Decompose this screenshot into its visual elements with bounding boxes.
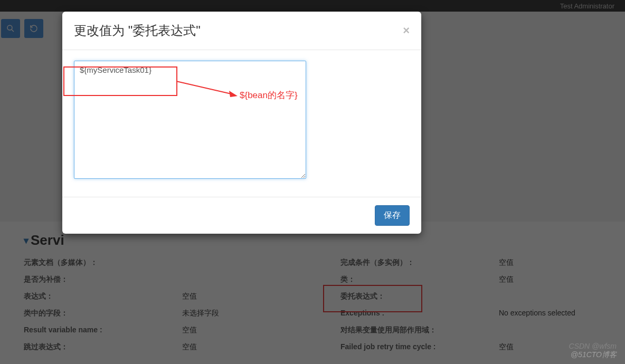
close-icon[interactable]: × xyxy=(403,25,410,36)
modal-footer: 保存 xyxy=(62,197,421,234)
modal-title: 更改值为 "委托表达式" xyxy=(74,22,201,39)
delegate-expression-input[interactable] xyxy=(74,61,306,179)
save-button[interactable]: 保存 xyxy=(375,205,410,226)
modal-header: 更改值为 "委托表达式" × xyxy=(62,12,421,50)
modal-dialog: 更改值为 "委托表达式" × 保存 xyxy=(62,12,421,234)
modal-body xyxy=(62,50,421,197)
